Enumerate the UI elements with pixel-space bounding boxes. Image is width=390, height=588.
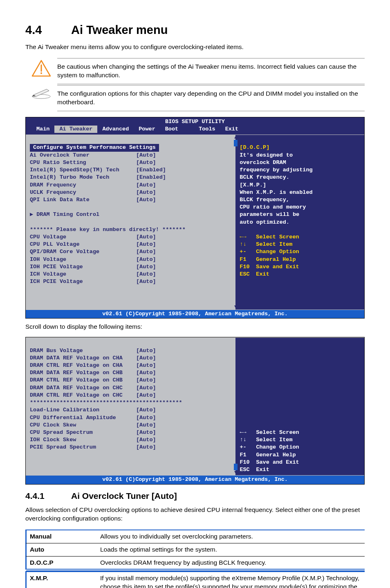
bios-val: [Auto] — [136, 159, 156, 166]
bios-row[interactable]: DRAM CTRL REF Voltage on CHC[Auto] — [30, 392, 232, 399]
bios-val: [Auto] — [136, 182, 156, 189]
bios-key: QPI/DRAM Core Voltage — [30, 248, 136, 256]
bios-scrollbar[interactable]: ▲ ▼ — [233, 136, 238, 309]
bios-row[interactable]: DRAM DATA REF Voltage on CHB[Auto] — [30, 369, 232, 377]
bios-val: [Auto] — [136, 444, 156, 450]
bios2-right-panel: ←→Select Screen ↑↓Select Item +-Change O… — [235, 338, 364, 475]
bios-row[interactable]: DRAM Frequency[Auto] — [30, 182, 232, 189]
tab-tools[interactable]: Tools — [194, 126, 220, 133]
bios-row[interactable]: ICH PCIE Voltage[Auto] — [30, 278, 232, 285]
bios-key: DRAM DATA REF Voltage on CHC — [30, 384, 136, 392]
bios-val: [Auto] — [136, 189, 156, 196]
bios-key: DRAM DATA REF Voltage on CHA — [30, 355, 136, 362]
bios-val: [Auto] — [136, 196, 156, 204]
tab-power[interactable]: Power — [134, 126, 160, 133]
bios-hint: F1General Help — [240, 451, 361, 459]
bios-panel: BIOS SETUP UTILITY Main Ai Tweaker Advan… — [25, 117, 365, 319]
bios-val: [Enabled] — [136, 166, 166, 174]
bios-footer: v02.61 (C)Copyright 1985-2008, American … — [26, 310, 364, 318]
bios-key: DRAM CTRL REF Voltage on CHB — [30, 377, 136, 384]
bios-val: [Auto] — [136, 355, 156, 361]
bios-row[interactable]: QPI/DRAM Core Voltage[Auto] — [30, 248, 232, 256]
bios-row[interactable]: DRAM CTRL REF Voltage on CHA[Auto] — [30, 362, 232, 369]
bios-key: CPU Voltage — [30, 233, 136, 241]
bios-row[interactable]: DRAM DATA REF Voltage on CHA[Auto] — [30, 355, 232, 362]
bios-row[interactable]: CPU PLL Voltage[Auto] — [30, 241, 232, 248]
bios-key: Load-Line Calibration — [30, 406, 136, 414]
bios-desc-head: [D.O.C.P] — [240, 144, 269, 150]
bios-row[interactable]: CPU Differential Amplitude[Auto] — [30, 414, 232, 422]
scroll-down-icon: ▼ — [234, 305, 237, 309]
bios-row[interactable]: Ai Overclock Tuner[Auto] — [30, 152, 232, 159]
caution-text: Be cautious when changing the settings o… — [57, 58, 365, 84]
bios-key: IOH PCIE Voltage — [30, 263, 136, 271]
option-row: Auto Loads the optimal settings for the … — [25, 543, 365, 557]
bios-key: CPU Clock Skew — [30, 422, 136, 429]
svg-point-1 — [40, 72, 42, 74]
bios-hint: +-Change Option — [240, 444, 361, 451]
bios-key: QPI Link Data Rate — [30, 196, 136, 204]
section-number: 4.4 — [25, 22, 71, 38]
option-row: D.O.C.P Overclocks DRAM frequency by adj… — [25, 557, 365, 570]
bios-row[interactable]: DRAM Bus Voltage[Auto] — [30, 347, 232, 355]
bios-key: ICH Voltage — [30, 271, 136, 278]
option-name: Auto — [27, 543, 100, 556]
bios-key: CPU PLL Voltage — [30, 241, 136, 248]
bios-title: BIOS SETUP UTILITY — [26, 117, 364, 126]
option-name: D.O.C.P — [27, 557, 100, 569]
tab-boot[interactable]: Boot — [160, 126, 183, 133]
bios-row[interactable]: ICH Voltage[Auto] — [30, 271, 232, 278]
bios-val: [Auto] — [136, 437, 156, 443]
bios-row[interactable]: Intel(R) Turbo Mode Tech[Enabled] — [30, 174, 232, 181]
bios-row[interactable]: CPU Clock Skew[Auto] — [30, 422, 232, 429]
bios-page-heading: Configure System Performance Settings — [30, 144, 159, 151]
bios-hint: ESCExit — [240, 466, 361, 474]
scroll-thumb[interactable] — [234, 140, 238, 146]
bios-row[interactable]: Intel(R) SpeedStep(TM) Tech[Enabled] — [30, 166, 232, 174]
tab-exit[interactable]: Exit — [220, 126, 243, 133]
bios-row[interactable]: QPI Link Data Rate[Auto] — [30, 196, 232, 204]
bios-val: [Auto] — [136, 256, 156, 263]
scroll-down-icon: ▼ — [234, 471, 237, 474]
bios-row[interactable]: IOH Voltage[Auto] — [30, 256, 232, 263]
bios-key: CPU Spread Spectrum — [30, 429, 136, 436]
bios-submenu-row[interactable]: ▶ DRAM Timing Control — [30, 211, 232, 218]
bios-val: [Auto] — [136, 152, 156, 159]
bios-val: [Auto] — [136, 370, 156, 376]
bios-hint: ↑↓Select Item — [240, 436, 361, 444]
bios-tabs: Main Ai Tweaker Advanced Power Boot Tool… — [26, 126, 364, 135]
bios-val: [Auto] — [136, 271, 156, 278]
bios-hint: F10Save and Exit — [240, 459, 361, 466]
bios-val: [Auto] — [136, 415, 156, 421]
scroll-caption: Scroll down to display the following ite… — [25, 323, 365, 331]
option-name: Manual — [27, 530, 100, 543]
bios-row[interactable]: DRAM DATA REF Voltage on CHC[Auto] — [30, 384, 232, 392]
bios-row[interactable]: CPU Spread Spectrum[Auto] — [30, 429, 232, 436]
bios-row[interactable]: PCIE Spread Spectrum[Auto] — [30, 444, 232, 451]
bios-row[interactable]: Load-Line Calibration[Auto] — [30, 406, 232, 414]
scroll-up-icon: ▲ — [234, 136, 237, 139]
bios-hint: ↑↓Select Item — [240, 241, 292, 247]
bios-val: [Auto] — [136, 278, 156, 285]
scroll-thumb[interactable] — [234, 464, 238, 470]
bios-row[interactable]: CPU Voltage[Auto] — [30, 233, 232, 241]
bios-row[interactable]: IOH PCIE Voltage[Auto] — [30, 263, 232, 271]
tab-ai-tweaker[interactable]: Ai Tweaker — [54, 126, 97, 133]
bios-row[interactable]: UCLK Frequency[Auto] — [30, 189, 232, 196]
tab-main[interactable]: Main — [31, 126, 54, 133]
bios-scrollbar[interactable]: ▼ — [233, 339, 238, 474]
bios-val: [Auto] — [136, 233, 156, 241]
tab-advanced[interactable]: Advanced — [97, 126, 134, 133]
bios-key: Ai Overclock Tuner — [30, 152, 136, 159]
option-desc: Loads the optimal settings for the syste… — [100, 543, 365, 556]
bios-val: [Auto] — [136, 241, 156, 248]
bios-row[interactable]: CPU Ratio Setting[Auto] — [30, 159, 232, 166]
options-table: Manual Allows you to individually set ov… — [25, 530, 365, 588]
bios-panel-2: DRAM Bus Voltage[Auto]DRAM DATA REF Volt… — [25, 337, 365, 484]
bios-row[interactable]: IOH Clock Skew[Auto] — [30, 436, 232, 444]
bios-key: UCLK Frequency — [30, 189, 136, 196]
bios-row[interactable]: DRAM CTRL REF Voltage on CHB[Auto] — [30, 377, 232, 384]
section-heading: 4.4Ai Tweaker menu — [25, 22, 365, 38]
bios-hint: ESCExit — [240, 271, 269, 277]
option-row: X.M.P. If you install memory module(s) s… — [25, 571, 365, 588]
